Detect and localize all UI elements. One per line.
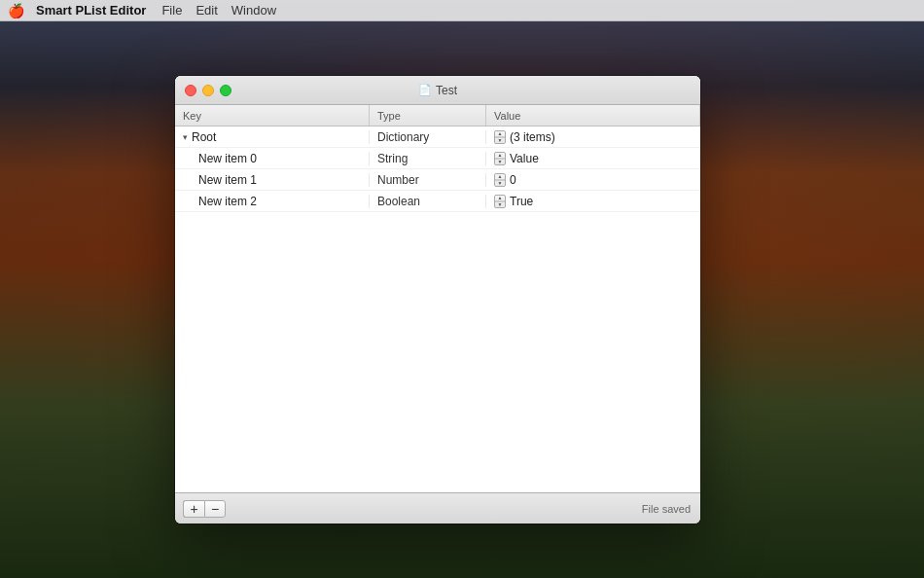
item2-key-cell: New item 2 xyxy=(175,195,370,208)
item0-value-text: Value xyxy=(510,152,539,165)
item2-value-cell: ▲ ▼ True xyxy=(486,195,700,208)
window-bottom-bar: + − File saved xyxy=(175,492,700,524)
table-row[interactable]: New item 2 Boolean ▲ ▼ True xyxy=(175,191,700,212)
window-title: 📄 Test xyxy=(418,84,457,97)
item0-value-cell: ▲ ▼ Value xyxy=(486,152,700,165)
apple-menu[interactable]: 🍎 xyxy=(8,3,24,18)
menu-file[interactable]: File xyxy=(161,3,182,18)
item2-value-text: True xyxy=(510,195,533,208)
table-row[interactable]: New item 1 Number ▲ ▼ 0 xyxy=(175,169,700,191)
item0-type-cell: String xyxy=(370,152,486,165)
item1-value-cell: ▲ ▼ 0 xyxy=(486,173,700,187)
window-title-text: Test xyxy=(436,84,457,97)
document-icon: 📄 xyxy=(418,84,432,96)
root-key-cell: ▾ Root xyxy=(175,130,370,144)
root-type-cell: Dictionary xyxy=(370,130,486,144)
disclosure-triangle-icon[interactable]: ▾ xyxy=(183,132,188,142)
stepper-down-icon[interactable]: ▼ xyxy=(495,137,505,143)
root-key-label: Root xyxy=(192,130,216,144)
status-text: File saved xyxy=(642,503,691,515)
app-name: Smart PList Editor xyxy=(36,3,146,18)
table-row[interactable]: New item 0 String ▲ ▼ Value xyxy=(175,148,700,169)
table-rows: ▾ Root Dictionary ▲ ▼ (3 items) New item… xyxy=(175,126,700,492)
menu-edit[interactable]: Edit xyxy=(195,3,217,18)
root-value-cell: ▲ ▼ (3 items) xyxy=(486,130,700,144)
remove-item-button[interactable]: − xyxy=(204,500,226,518)
item2-value-stepper[interactable]: ▲ ▼ xyxy=(494,195,506,208)
item0-value-stepper[interactable]: ▲ ▼ xyxy=(494,152,506,165)
menu-bar: 🍎 Smart PList Editor File Edit Window xyxy=(0,0,924,21)
column-headers: Key Type Value xyxy=(175,105,700,126)
close-button[interactable] xyxy=(185,85,196,96)
plist-table: Key Type Value ▾ Root Dictionary ▲ ▼ (3 … xyxy=(175,105,700,492)
item2-type-cell: Boolean xyxy=(370,195,486,208)
item1-value-text: 0 xyxy=(510,173,516,187)
menu-window[interactable]: Window xyxy=(231,3,276,18)
window-title-bar: 📄 Test xyxy=(175,76,700,105)
maximize-button[interactable] xyxy=(220,85,231,96)
item1-type-cell: Number xyxy=(370,173,486,187)
type-column-header: Type xyxy=(370,105,486,126)
add-remove-group: + − xyxy=(183,500,226,518)
stepper-down-icon[interactable]: ▼ xyxy=(495,159,505,164)
plist-editor-window: 📄 Test Key Type Value ▾ Root Dictionary xyxy=(175,76,700,524)
table-row[interactable]: ▾ Root Dictionary ▲ ▼ (3 items) xyxy=(175,126,700,148)
minimize-button[interactable] xyxy=(202,85,214,96)
item0-key-cell: New item 0 xyxy=(175,152,370,165)
item1-value-stepper[interactable]: ▲ ▼ xyxy=(494,173,506,187)
root-value-text: (3 items) xyxy=(510,130,555,144)
traffic-lights xyxy=(185,85,231,96)
root-value-stepper[interactable]: ▲ ▼ xyxy=(494,130,506,144)
stepper-down-icon[interactable]: ▼ xyxy=(495,180,505,186)
value-column-header: Value xyxy=(486,105,700,126)
stepper-down-icon[interactable]: ▼ xyxy=(495,201,505,207)
key-column-header: Key xyxy=(175,105,370,126)
add-item-button[interactable]: + xyxy=(183,500,204,518)
item1-key-cell: New item 1 xyxy=(175,173,370,187)
